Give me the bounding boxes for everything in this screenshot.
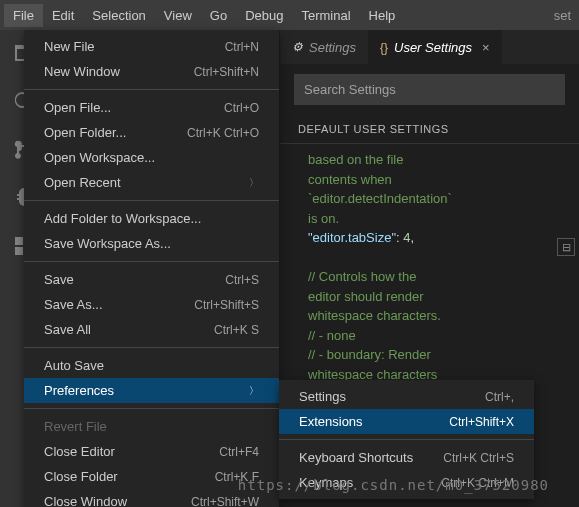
menu-revert-file: Revert File — [24, 414, 279, 439]
menubar: File Edit Selection View Go Debug Termin… — [0, 0, 579, 30]
menu-open-recent[interactable]: Open Recent〉 — [24, 170, 279, 195]
menu-new-file[interactable]: New FileCtrl+N — [24, 34, 279, 59]
menu-preferences[interactable]: Preferences〉 — [24, 378, 279, 403]
submenu-settings[interactable]: SettingsCtrl+, — [279, 384, 534, 409]
code-line: editor should render — [308, 287, 561, 307]
submenu-keyboard-shortcuts[interactable]: Keyboard ShortcutsCtrl+K Ctrl+S — [279, 445, 534, 470]
file-dropdown: New FileCtrl+N New WindowCtrl+Shift+N Op… — [24, 30, 279, 507]
code-line: contents when — [308, 170, 561, 190]
menu-save-all[interactable]: Save AllCtrl+K S — [24, 317, 279, 342]
tab-bar: ⚙ Settings {} User Settings × — [280, 30, 579, 64]
editor-content[interactable]: based on the file contents when `editor.… — [280, 144, 579, 394]
menu-terminal[interactable]: Terminal — [292, 4, 359, 27]
chevron-right-icon: 〉 — [249, 384, 259, 398]
submenu-keymaps[interactable]: KeymapsCtrl+K Ctrl+M — [279, 470, 534, 495]
code-line: based on the file — [308, 150, 561, 170]
menu-separator — [24, 261, 279, 262]
menu-new-window[interactable]: New WindowCtrl+Shift+N — [24, 59, 279, 84]
code-line: is on. — [308, 209, 561, 229]
menu-view[interactable]: View — [155, 4, 201, 27]
tab-settings-preview[interactable]: ⚙ Settings — [280, 30, 368, 64]
braces-icon: {} — [380, 41, 388, 55]
menu-selection[interactable]: Selection — [83, 4, 154, 27]
menu-close-window[interactable]: Close WindowCtrl+Shift+W — [24, 489, 279, 507]
menu-save-as[interactable]: Save As...Ctrl+Shift+S — [24, 292, 279, 317]
menu-save-workspace-as[interactable]: Save Workspace As... — [24, 231, 279, 256]
chevron-right-icon: 〉 — [249, 176, 259, 190]
code-line: `editor.detectIndentation` — [308, 189, 561, 209]
code-line: whitespace characters. — [308, 306, 561, 326]
submenu-extensions[interactable]: ExtensionsCtrl+Shift+X — [279, 409, 534, 434]
bracket-match-indicator[interactable]: ⊟ — [557, 238, 575, 256]
menu-edit[interactable]: Edit — [43, 4, 83, 27]
menu-save[interactable]: SaveCtrl+S — [24, 267, 279, 292]
menu-file[interactable]: File — [4, 4, 43, 27]
menu-separator — [24, 89, 279, 90]
menu-close-folder[interactable]: Close FolderCtrl+K F — [24, 464, 279, 489]
menu-separator — [24, 347, 279, 348]
menu-go[interactable]: Go — [201, 4, 236, 27]
tab-label: Settings — [309, 40, 356, 55]
code-line: // Controls how the — [308, 267, 561, 287]
menu-open-workspace[interactable]: Open Workspace... — [24, 145, 279, 170]
search-settings-input[interactable]: Search Settings — [294, 74, 565, 105]
code-line: // - none — [308, 326, 561, 346]
menu-open-file[interactable]: Open File...Ctrl+O — [24, 95, 279, 120]
menu-separator — [279, 439, 534, 440]
code-line: // - boundary: Render — [308, 345, 561, 365]
menu-auto-save[interactable]: Auto Save — [24, 353, 279, 378]
menu-close-editor[interactable]: Close EditorCtrl+F4 — [24, 439, 279, 464]
close-icon[interactable]: × — [482, 40, 490, 55]
menu-add-folder[interactable]: Add Folder to Workspace... — [24, 206, 279, 231]
menu-help[interactable]: Help — [360, 4, 405, 27]
settings-section-header: DEFAULT USER SETTINGS — [280, 115, 579, 144]
window-title: set — [554, 8, 571, 23]
code-line: "editor.tabSize": 4, — [308, 228, 561, 248]
tab-user-settings[interactable]: {} User Settings × — [368, 30, 502, 64]
menu-open-folder[interactable]: Open Folder...Ctrl+K Ctrl+O — [24, 120, 279, 145]
menu-debug[interactable]: Debug — [236, 4, 292, 27]
gear-icon: ⚙ — [292, 40, 303, 54]
preferences-submenu: SettingsCtrl+, ExtensionsCtrl+Shift+X Ke… — [279, 380, 534, 499]
tab-label: User Settings — [394, 40, 472, 55]
menu-separator — [24, 200, 279, 201]
menu-separator — [24, 408, 279, 409]
